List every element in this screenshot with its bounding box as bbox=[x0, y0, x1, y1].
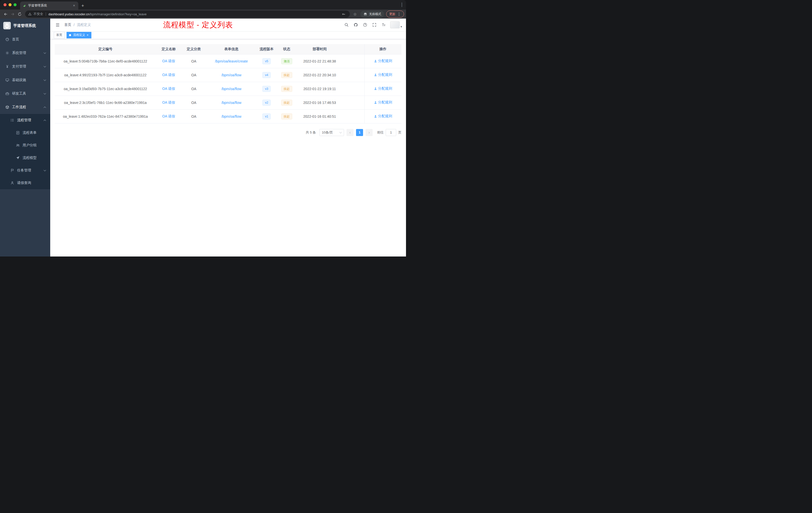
column-header: 定义分类 bbox=[181, 44, 206, 54]
briefcase-icon bbox=[5, 92, 9, 96]
chevron-down-icon bbox=[340, 131, 342, 133]
github-icon[interactable] bbox=[353, 22, 358, 28]
assign-rule-link[interactable]: 分配规则 bbox=[374, 59, 392, 63]
sidebar-item[interactable]: 请假查询 bbox=[0, 177, 50, 189]
definition-table: 定义编号 定义名称 定义分类 表单信息 流程版本 状态 部署时间 操作 bbox=[55, 44, 402, 123]
pagination-total: 共 5 条 bbox=[306, 130, 316, 135]
font-size-icon[interactable] bbox=[381, 22, 386, 28]
flag-icon bbox=[10, 169, 14, 173]
sidebar-item[interactable]: 系统管理 bbox=[0, 46, 50, 60]
url-text: dashboard.yudao.iocoder.cn/bpm/manager/d… bbox=[49, 12, 147, 16]
version-tag: v2 bbox=[262, 100, 271, 105]
definition-name-link[interactable]: OA 请假 bbox=[162, 59, 175, 63]
zoom-window-button[interactable] bbox=[13, 3, 17, 6]
form-info-link[interactable]: /bpm/oa/flow bbox=[222, 115, 241, 118]
status-tag: 挂起 bbox=[281, 100, 292, 105]
deploy-time: 2022-01-16 17:46:53 bbox=[297, 96, 343, 110]
sidebar-item[interactable]: 支付管理 bbox=[0, 60, 50, 73]
definition-name-link[interactable]: OA 请假 bbox=[162, 100, 175, 104]
form-info-link[interactable]: /bpm/oa/flow bbox=[222, 73, 241, 77]
back-button[interactable] bbox=[2, 10, 9, 18]
status-tag: 挂起 bbox=[281, 72, 292, 78]
key-icon bbox=[342, 12, 346, 16]
forward-button[interactable] bbox=[9, 10, 16, 18]
sidebar-item-label: 请假查询 bbox=[17, 181, 46, 185]
page-content: 定义编号 定义名称 定义分类 表单信息 流程版本 状态 部署时间 操作 bbox=[50, 39, 406, 256]
bookmark-star-button[interactable]: ☆ bbox=[352, 11, 358, 17]
tag-close-icon[interactable]: × bbox=[86, 33, 89, 37]
password-key-button[interactable] bbox=[340, 11, 347, 17]
form-info-link[interactable]: /bpm/oa/flow bbox=[222, 87, 241, 91]
sidebar-item[interactable]: 研发工具 bbox=[0, 87, 50, 100]
hamburger-menu-icon[interactable] bbox=[54, 22, 61, 28]
security-label[interactable]: 不安全 bbox=[33, 12, 43, 16]
definition-category: OA bbox=[181, 96, 206, 110]
close-window-button[interactable] bbox=[3, 3, 6, 6]
cell-filler bbox=[343, 54, 364, 68]
tag-home[interactable]: 首页 bbox=[54, 32, 65, 38]
table-header-row: 定义编号 定义名称 定义分类 表单信息 流程版本 状态 部署时间 操作 bbox=[55, 44, 402, 54]
table-row: oa_leave:2:3c1f0ef1-76b1-11ec-9c66-a2380… bbox=[55, 96, 402, 110]
user-menu[interactable]: ▾ bbox=[390, 21, 402, 28]
definition-name-link[interactable]: OA 请假 bbox=[162, 87, 175, 91]
page-number-button[interactable]: 1 bbox=[356, 129, 363, 136]
logo-avatar bbox=[3, 22, 11, 29]
minimize-window-button[interactable] bbox=[8, 3, 11, 6]
assign-rule-link[interactable]: 分配规则 bbox=[374, 86, 392, 91]
sidebar-item[interactable]: 流程模型 bbox=[0, 152, 50, 164]
back-arrow-icon bbox=[3, 12, 8, 16]
browser-tab[interactable]: 芋道管理系统 × bbox=[20, 1, 78, 9]
tag-process-definition[interactable]: 流程定义 × bbox=[66, 32, 91, 38]
assign-rule-link[interactable]: 分配规则 bbox=[374, 100, 392, 105]
sidebar-item[interactable]: 工作流程 bbox=[0, 100, 50, 114]
chevron-icon bbox=[44, 79, 46, 81]
help-icon[interactable] bbox=[362, 22, 368, 28]
definition-category: OA bbox=[181, 82, 206, 96]
sidebar-item[interactable]: 首页 bbox=[0, 33, 50, 46]
reload-button[interactable] bbox=[16, 10, 23, 18]
incognito-badge: 无痕模式 bbox=[360, 11, 384, 18]
assign-rule-link[interactable]: 分配规则 bbox=[374, 72, 392, 77]
version-tag: v5 bbox=[262, 58, 271, 64]
definition-name-link[interactable]: OA 请假 bbox=[162, 73, 175, 77]
next-page-button[interactable]: › bbox=[366, 129, 373, 136]
sidebar-item[interactable]: 流程表单 bbox=[0, 126, 50, 139]
form-info-link[interactable]: /bpm/oa/leave/create bbox=[215, 59, 248, 63]
page-size-select[interactable]: 10条/页 bbox=[319, 129, 344, 136]
sidebar-item[interactable]: 基础设施 bbox=[0, 73, 50, 87]
browser-update-button[interactable]: 更新 ⋮ bbox=[386, 10, 404, 18]
page-jump-input[interactable] bbox=[386, 129, 396, 136]
user-icon bbox=[374, 87, 377, 90]
fullscreen-icon[interactable] bbox=[372, 22, 377, 28]
update-label: 更新 bbox=[389, 12, 396, 16]
chevron-icon bbox=[44, 92, 46, 95]
omnibox[interactable]: 不安全 dashboard.yudao.iocoder.cn/bpm/manag… bbox=[25, 10, 350, 18]
sidebar-item-label: 系统管理 bbox=[12, 51, 41, 55]
browser-menu-dots-icon[interactable]: ⋮ bbox=[397, 12, 401, 16]
form-info-link[interactable]: /bpm/oa/flow bbox=[222, 101, 241, 105]
breadcrumb: 首页 / 流程定义 bbox=[64, 23, 91, 27]
user-icon bbox=[374, 59, 377, 63]
breadcrumb-home[interactable]: 首页 bbox=[64, 23, 71, 27]
list-icon bbox=[10, 118, 14, 122]
user-icon bbox=[374, 115, 377, 118]
sidebar-item[interactable]: 流程管理 bbox=[0, 114, 50, 126]
sidebar-item[interactable]: 用户分组 bbox=[0, 139, 50, 152]
sidebar-logo-row: 芋道管理系统 bbox=[0, 19, 50, 33]
prev-page-button[interactable]: ‹ bbox=[347, 129, 353, 136]
sidebar: 芋道管理系统 首页 系统管理 bbox=[0, 19, 50, 256]
table-row: oa_leave:1:482ec033-762a-11ec-8477-a2380… bbox=[55, 110, 402, 123]
cell-filler bbox=[343, 96, 364, 110]
sidebar-item[interactable]: 任务管理 bbox=[0, 164, 50, 177]
version-tag: v3 bbox=[262, 86, 271, 92]
deploy-time: 2022-01-22 19:19:11 bbox=[297, 82, 343, 96]
tab-close-icon[interactable]: × bbox=[72, 3, 76, 7]
new-tab-button[interactable]: + bbox=[81, 3, 84, 8]
definition-id: oa_leave:5:004b710b-7b8a-11ec-8ef0-acde4… bbox=[55, 54, 156, 68]
tab-search-button[interactable] bbox=[402, 2, 406, 7]
dashboard-icon bbox=[5, 37, 9, 41]
assign-rule-link[interactable]: 分配规则 bbox=[374, 114, 392, 118]
definition-name-link[interactable]: OA 请假 bbox=[162, 114, 175, 118]
search-icon[interactable] bbox=[344, 22, 349, 28]
table-row: oa_leave:3:1fad3d93-7b75-11ec-a3c8-acde4… bbox=[55, 82, 402, 96]
